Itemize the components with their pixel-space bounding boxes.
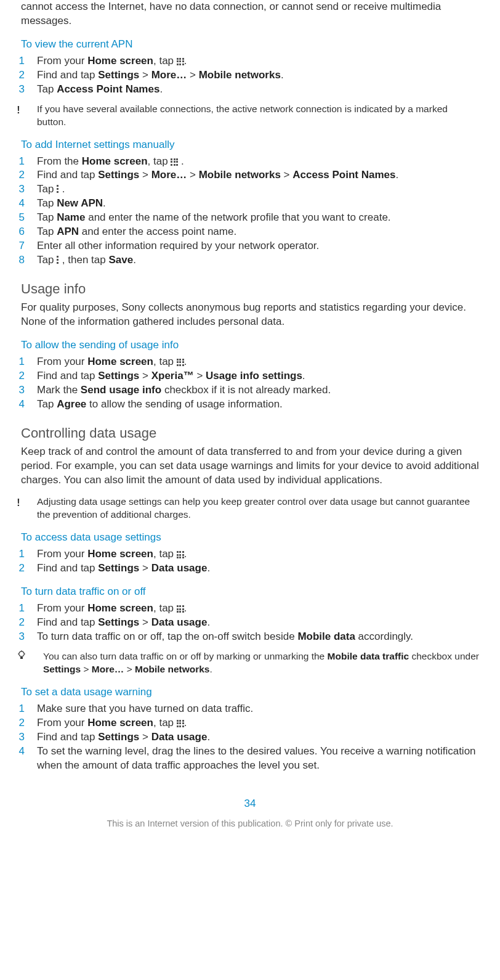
step-number: 1 xyxy=(10,155,25,169)
overflow-menu-icon xyxy=(57,256,59,264)
step-number: 1 xyxy=(10,54,25,68)
apps-grid-icon xyxy=(177,58,184,65)
note-controlling: ! Adjusting data usage settings can help… xyxy=(21,496,479,521)
step-number: 3 xyxy=(10,383,25,398)
body-usage-info: For quality purposes, Sony collects anon… xyxy=(21,301,479,329)
step-number: 1 xyxy=(10,702,25,716)
step-text: Find and tap Settings > Data usage. xyxy=(37,731,210,743)
step-item: 2Find and tap Settings > Data usage. xyxy=(21,616,479,630)
heading-view-apn: To view the current APN xyxy=(21,38,479,51)
tip-text: You can also turn data traffic on or off… xyxy=(43,651,479,674)
step-item: 4Tap Agree to allow the sending of usage… xyxy=(21,398,479,412)
step-item: 3Tap Access Point Names. xyxy=(21,83,479,97)
step-number: 8 xyxy=(10,253,25,267)
step-number: 2 xyxy=(10,369,25,383)
step-text: Find and tap Settings > More… > Mobile n… xyxy=(37,169,398,181)
step-text: Enter all other information required by … xyxy=(37,240,319,251)
step-item: 1Make sure that you have turned on data … xyxy=(21,702,479,716)
step-number: 3 xyxy=(10,83,25,97)
step-number: 1 xyxy=(10,602,25,616)
step-item: 5Tap Name and enter the name of the netw… xyxy=(21,211,479,225)
svg-point-0 xyxy=(19,651,24,656)
step-number: 3 xyxy=(10,630,25,644)
page-content: cannot access the Internet, have no data… xyxy=(0,0,500,828)
step-text: Tap , then tap Save. xyxy=(37,254,136,266)
steps-set-warning: 1Make sure that you have turned on data … xyxy=(21,702,479,773)
step-item: 6Tap APN and enter the access point name… xyxy=(21,225,479,239)
tip-icon xyxy=(17,650,26,664)
page-number: 34 xyxy=(21,798,479,810)
step-text: To set the warning level, drag the lines… xyxy=(37,745,476,771)
step-item: 1From your Home screen, tap . xyxy=(21,355,479,369)
steps-access-data: 1From your Home screen, tap .2Find and t… xyxy=(21,547,479,576)
step-item: 1From your Home screen, tap . xyxy=(21,602,479,616)
apps-grid-icon xyxy=(177,720,184,727)
steps-turn-traffic: 1From your Home screen, tap .2Find and t… xyxy=(21,602,479,644)
step-number: 1 xyxy=(10,355,25,369)
step-item: 3Find and tap Settings > Data usage. xyxy=(21,730,479,745)
step-text: Mark the Send usage info checkbox if it … xyxy=(37,384,331,396)
body-controlling: Keep track of and control the amount of … xyxy=(21,445,479,488)
step-text: Tap Access Point Names. xyxy=(37,83,163,95)
step-text: Make sure that you have turned on data t… xyxy=(37,703,253,714)
intro-fragment: cannot access the Internet, have no data… xyxy=(21,0,479,28)
step-item: 1From your Home screen, tap . xyxy=(21,54,479,68)
step-item: 4To set the warning level, drag the line… xyxy=(21,745,479,773)
step-item: 1From your Home screen, tap . xyxy=(21,547,479,561)
apps-grid-icon xyxy=(177,605,184,613)
step-item: 1From the Home screen, tap . xyxy=(21,155,479,169)
footer-text: This is an Internet version of this publ… xyxy=(21,819,479,828)
step-number: 4 xyxy=(10,745,25,759)
step-number: 4 xyxy=(10,197,25,211)
step-number: 7 xyxy=(10,239,25,253)
step-number: 2 xyxy=(10,168,25,182)
heading-turn-traffic: To turn data traffic on or off xyxy=(21,586,479,598)
step-text: Find and tap Settings > More… > Mobile n… xyxy=(37,69,284,81)
steps-allow-usage: 1From your Home screen, tap .2Find and t… xyxy=(21,355,479,412)
step-text: Tap APN and enter the access point name. xyxy=(37,226,236,237)
step-text: From your Home screen, tap . xyxy=(37,356,187,367)
step-number: 3 xyxy=(10,182,25,197)
note-view-apn: ! If you have several available connecti… xyxy=(21,103,479,129)
step-text: Tap Agree to allow the sending of usage … xyxy=(37,398,283,410)
steps-view-apn: 1From your Home screen, tap .2Find and t… xyxy=(21,54,479,97)
step-text: From the Home screen, tap . xyxy=(37,155,184,167)
step-item: 4Tap New APN. xyxy=(21,197,479,211)
step-text: From your Home screen, tap . xyxy=(37,717,187,729)
apps-grid-icon xyxy=(177,359,184,366)
step-text: Tap . xyxy=(37,183,65,195)
overflow-menu-icon xyxy=(57,185,59,194)
note-text: Adjusting data usage settings can help y… xyxy=(37,496,470,520)
step-item: 3To turn data traffic on or off, tap the… xyxy=(21,630,479,644)
step-item: 3Tap . xyxy=(21,182,479,197)
step-number: 6 xyxy=(10,225,25,239)
step-text: From your Home screen, tap . xyxy=(37,602,187,614)
step-item: 2Find and tap Settings > Xperia™ > Usage… xyxy=(21,369,479,383)
step-number: 3 xyxy=(10,730,25,745)
heading-controlling: Controlling data usage xyxy=(21,425,479,441)
step-number: 5 xyxy=(10,211,25,225)
step-number: 2 xyxy=(10,616,25,630)
step-text: To turn data traffic on or off, tap the … xyxy=(37,631,413,642)
step-number: 2 xyxy=(10,716,25,730)
step-number: 1 xyxy=(10,547,25,561)
step-number: 4 xyxy=(10,398,25,412)
important-icon: ! xyxy=(12,104,25,117)
heading-set-warning: To set a data usage warning xyxy=(21,686,479,698)
steps-add-internet: 1From the Home screen, tap .2Find and ta… xyxy=(21,155,479,268)
step-item: 2Find and tap Settings > More… > Mobile … xyxy=(21,68,479,83)
step-number: 2 xyxy=(10,561,25,576)
step-item: 2Find and tap Settings > Data usage. xyxy=(21,561,479,576)
step-text: Tap New APN. xyxy=(37,197,106,209)
heading-add-internet: To add Internet settings manually xyxy=(21,139,479,151)
heading-access-data: To access data usage settings xyxy=(21,531,479,544)
step-item: 2From your Home screen, tap . xyxy=(21,716,479,730)
important-icon: ! xyxy=(12,496,25,510)
tip-turn-traffic: You can also turn data traffic on or off… xyxy=(21,650,479,676)
note-text: If you have several available connection… xyxy=(37,104,448,127)
step-text: From your Home screen, tap . xyxy=(37,548,187,560)
apps-grid-icon xyxy=(171,158,178,166)
heading-usage-info: Usage info xyxy=(21,281,479,297)
step-text: From your Home screen, tap . xyxy=(37,55,187,67)
step-number: 2 xyxy=(10,68,25,83)
